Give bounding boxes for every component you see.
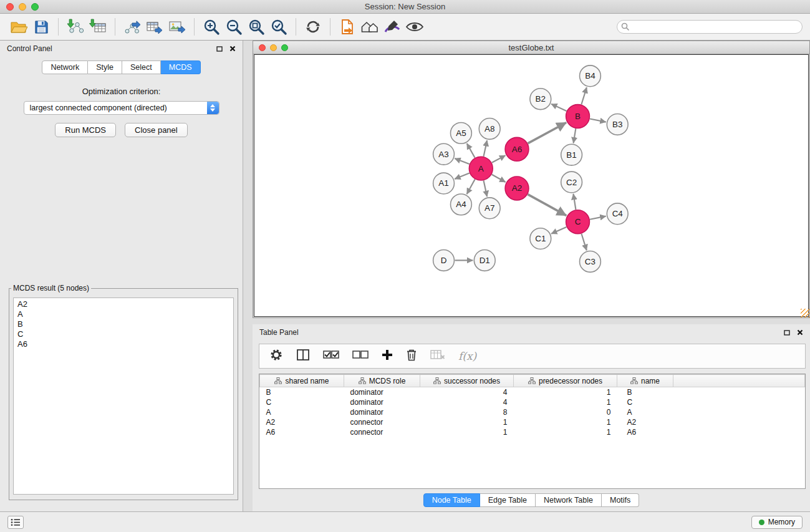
table-cell[interactable]: 1: [514, 397, 617, 407]
search-input[interactable]: [617, 20, 803, 34]
export-network-button[interactable]: [121, 16, 143, 38]
network-edge-C-C3[interactable]: [581, 234, 586, 251]
table-row[interactable]: Bdominator41B: [260, 387, 805, 397]
resize-grip[interactable]: [801, 309, 809, 317]
network-edge-A-A3[interactable]: [455, 158, 469, 164]
table-cell[interactable]: 0: [514, 407, 617, 417]
column-header-successor-nodes[interactable]: successor nodes: [420, 375, 514, 387]
network-node-A7[interactable]: A7: [479, 198, 500, 219]
export-table-button[interactable]: [143, 16, 166, 38]
tab-motifs[interactable]: Motifs: [602, 493, 639, 507]
tab-select[interactable]: Select: [122, 60, 161, 74]
table-row[interactable]: Adominator80A: [260, 407, 805, 417]
create-column-button[interactable]: [382, 349, 393, 363]
table-cell[interactable]: A2: [617, 417, 673, 427]
zoom-selected-button[interactable]: [268, 16, 290, 38]
show-columns-button[interactable]: [296, 349, 310, 364]
criterion-select[interactable]: largest connected component (directed): [24, 101, 219, 115]
tab-network-table[interactable]: Network Table: [536, 493, 602, 507]
zoom-out-button[interactable]: [223, 16, 245, 38]
network-node-C2[interactable]: C2: [561, 172, 582, 193]
close-panel-button[interactable]: Close panel: [125, 123, 188, 137]
network-node-A3[interactable]: A3: [433, 143, 455, 165]
table-cell[interactable]: dominator: [344, 397, 420, 407]
network-edge-B-B4[interactable]: [581, 87, 586, 105]
table-cell[interactable]: A6: [260, 427, 344, 437]
network-edge-C-C4[interactable]: [590, 216, 606, 220]
network-node-D[interactable]: D: [433, 250, 455, 271]
network-edge-A6-B[interactable]: [528, 122, 567, 143]
network-node-C3[interactable]: C3: [580, 251, 601, 272]
table-cell[interactable]: dominator: [344, 407, 420, 417]
table-row[interactable]: A6connector11A6: [260, 427, 805, 437]
table-cell[interactable]: A6: [617, 427, 673, 437]
table-cell[interactable]: A2: [260, 417, 344, 427]
zoom-in-button[interactable]: [200, 16, 223, 38]
table-settings-button[interactable]: [269, 348, 283, 364]
table-cell[interactable]: 1: [514, 427, 617, 437]
network-node-A6[interactable]: A6: [505, 137, 529, 161]
table-cell[interactable]: B: [260, 387, 344, 397]
table-cell[interactable]: 1: [514, 387, 617, 397]
table-cell[interactable]: connector: [344, 427, 420, 437]
network-node-A4[interactable]: A4: [450, 194, 471, 215]
graphics-details-button[interactable]: [403, 16, 426, 38]
close-panel-icon[interactable]: [797, 329, 803, 336]
tab-network[interactable]: Network: [42, 60, 88, 74]
network-node-A2[interactable]: A2: [505, 177, 529, 200]
network-edge-A-A5[interactable]: [467, 143, 475, 158]
home-button[interactable]: [359, 16, 381, 38]
import-network-button[interactable]: [64, 16, 87, 38]
export-image-button[interactable]: [166, 16, 188, 38]
run-mcds-button[interactable]: Run MCDS: [55, 123, 116, 137]
network-canvas[interactable]: B4B2BB3A5A8A6B1A3AC2A1A2A4A7C4CC1C3DD1: [254, 54, 809, 317]
network-node-B[interactable]: B: [566, 105, 590, 128]
table-cell[interactable]: connector: [344, 417, 420, 427]
table-cell[interactable]: 1: [514, 417, 617, 427]
network-node-A[interactable]: A: [469, 157, 493, 180]
apply-layout-button[interactable]: [302, 16, 324, 38]
select-all-columns-button[interactable]: [323, 350, 339, 362]
float-panel-icon[interactable]: [784, 330, 790, 336]
network-node-C[interactable]: C: [566, 210, 590, 234]
result-item[interactable]: B: [17, 319, 229, 329]
result-item[interactable]: A2: [17, 299, 229, 309]
network-edge-A-A1[interactable]: [455, 173, 470, 178]
network-node-A1[interactable]: A1: [433, 173, 455, 194]
delete-table-button[interactable]: [430, 349, 445, 363]
network-node-A5[interactable]: A5: [450, 122, 471, 143]
delete-column-button[interactable]: [406, 349, 417, 364]
unselect-all-columns-button[interactable]: [352, 350, 369, 362]
network-edge-A-A7[interactable]: [484, 181, 488, 197]
table-cell[interactable]: dominator: [344, 387, 420, 397]
column-header-mcds-role[interactable]: MCDS role: [344, 375, 420, 387]
network-edge-A2-C[interactable]: [528, 195, 566, 216]
tab-edge-table[interactable]: Edge Table: [480, 493, 536, 507]
network-node-D1[interactable]: D1: [474, 250, 495, 271]
network-edge-C-C2[interactable]: [573, 194, 576, 210]
network-snapshot-button[interactable]: [336, 16, 359, 38]
show-panels-button[interactable]: [7, 516, 24, 529]
network-edge-A-A6[interactable]: [492, 155, 506, 163]
network-node-C1[interactable]: C1: [530, 228, 551, 249]
column-header-shared-name[interactable]: shared name: [260, 375, 344, 387]
table-cell[interactable]: 1: [420, 427, 514, 437]
network-edge-A-A8[interactable]: [484, 140, 488, 157]
network-node-A8[interactable]: A8: [479, 118, 500, 140]
network-node-B4[interactable]: B4: [580, 65, 601, 87]
table-row[interactable]: Cdominator41C: [260, 397, 805, 407]
network-node-B3[interactable]: B3: [607, 114, 628, 135]
network-node-B2[interactable]: B2: [530, 89, 551, 110]
column-header-name[interactable]: name: [617, 375, 673, 387]
result-item[interactable]: A: [17, 309, 229, 319]
table-cell[interactable]: 4: [420, 387, 514, 397]
table-cell[interactable]: B: [617, 387, 673, 397]
network-edge-A-A2[interactable]: [492, 175, 506, 182]
memory-button[interactable]: Memory: [751, 516, 803, 529]
table-cell[interactable]: C: [617, 397, 673, 407]
annotations-button[interactable]: [381, 16, 403, 38]
float-panel-icon[interactable]: [216, 46, 223, 52]
tab-node-table[interactable]: Node Table: [423, 493, 480, 507]
tab-mcds[interactable]: MCDS: [161, 60, 201, 74]
table-cell[interactable]: 4: [420, 397, 514, 407]
